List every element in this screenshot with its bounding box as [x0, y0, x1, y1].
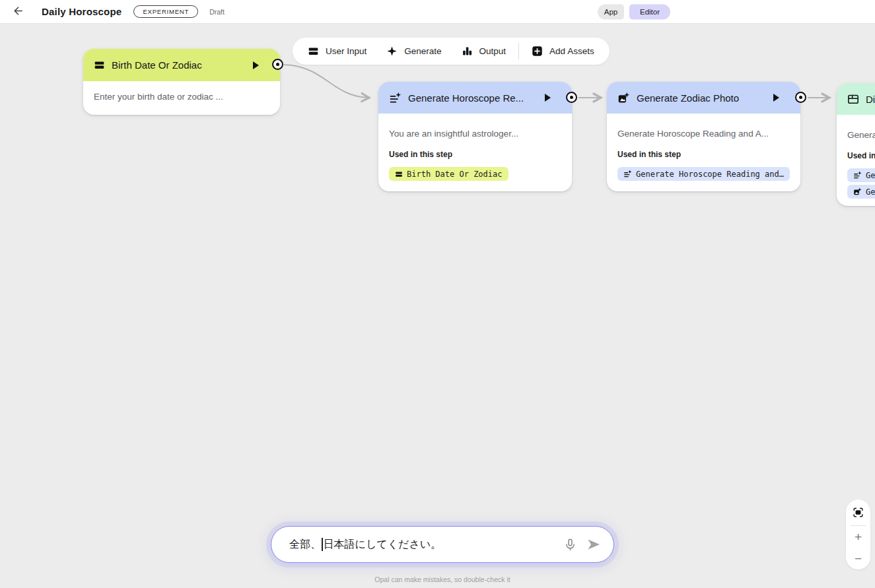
output-port-node-2[interactable] [566, 92, 577, 103]
node-generate-zodiac-photo[interactable]: Generate Zodiac Photo Generate Horoscope… [607, 82, 800, 191]
zoom-in-button[interactable]: + [846, 526, 870, 548]
bar-chart-icon [462, 46, 473, 57]
generate-text-icon [623, 170, 632, 178]
chip-label: Ge [866, 171, 875, 180]
microphone-button[interactable] [561, 535, 579, 554]
add-assets-icon [532, 46, 543, 57]
experiment-badge: EXPERIMENT [133, 5, 198, 18]
toolbar-generate-label: Generate [404, 46, 441, 56]
used-in-step-label: Used in this step [617, 150, 790, 159]
fit-view-icon [852, 506, 864, 519]
toolbar-divider [518, 43, 519, 59]
input-chip-horoscope-reading[interactable]: Generate Horoscope Reading and… [617, 167, 790, 181]
toolbar-generate[interactable]: Generate [376, 38, 451, 65]
input-chip-generate-image[interactable]: Ge [847, 185, 875, 199]
text-caret [322, 538, 323, 551]
chip-label: Generate Horoscope Reading and… [636, 170, 784, 179]
run-step-button[interactable] [253, 61, 259, 69]
node-header[interactable]: Birth Date Or Zodiac [83, 49, 280, 81]
run-step-button[interactable] [545, 94, 551, 102]
node-description: Enter your birth date or zodiac ... [94, 92, 269, 102]
node-body: Enter your birth date or zodiac ... [83, 81, 280, 112]
output-port-node-1[interactable] [272, 59, 283, 70]
run-step-button[interactable] [773, 94, 779, 102]
node-body: Genera Used in Ge Ge [837, 115, 875, 209]
canvas-controls: + − [846, 500, 870, 570]
app-toggle-button[interactable]: App [598, 4, 624, 19]
editor-toggle-button[interactable]: Editor [629, 4, 670, 19]
edge-1-2 [284, 65, 368, 98]
back-button[interactable] [12, 5, 24, 19]
chat-text-after-caret: 日本語にしてください。 [324, 538, 442, 552]
node-generate-horoscope-reading[interactable]: Generate Horoscope Re... You are an insi… [378, 82, 572, 191]
node-header[interactable]: Generate Zodiac Photo [607, 82, 800, 114]
node-title: Di [866, 94, 875, 105]
input-chip-birth-date[interactable]: Birth Date Or Zodiac [389, 167, 508, 181]
toolbar-add-assets[interactable]: Add Assets [522, 38, 604, 65]
generate-text-icon [389, 92, 402, 104]
node-body: You are an insightful astrologer... Used… [378, 114, 572, 191]
zoom-in-label: + [855, 531, 862, 543]
user-input-icon [94, 59, 105, 71]
node-body: Generate Horoscope Reading and A... Used… [607, 114, 800, 191]
node-title: Generate Zodiac Photo [637, 92, 767, 104]
node-header[interactable]: Di [837, 83, 875, 115]
arrow-left-icon [12, 5, 24, 17]
node-title: Birth Date Or Zodiac [112, 59, 246, 71]
generate-image-icon [853, 187, 862, 196]
chat-input-text[interactable]: 全部、日本語にしてください。 [289, 538, 555, 552]
sparkle-icon [386, 46, 398, 57]
chat-text-before-caret: 全部、 [289, 538, 321, 552]
used-in-step-label: Used in this step [389, 150, 561, 159]
toolbar-add-assets-label: Add Assets [549, 46, 594, 56]
chat-input[interactable]: 全部、日本語にしてください。 [271, 526, 614, 563]
node-description: Generate Horoscope Reading and A... [617, 129, 790, 139]
app-editor-toggle: App Editor [598, 4, 670, 19]
fit-view-button[interactable] [846, 500, 870, 525]
zoom-out-button[interactable]: − [846, 548, 870, 570]
send-button[interactable] [584, 535, 603, 554]
node-description: You are an insightful astrologer... [389, 129, 561, 139]
output-port-node-3[interactable] [795, 92, 806, 103]
send-icon [586, 537, 602, 552]
microphone-icon [563, 538, 577, 552]
user-input-icon [395, 170, 403, 178]
toolbar-user-input-label: User Input [326, 46, 367, 56]
used-in-step-label: Used in [847, 151, 875, 160]
node-birth-date-or-zodiac[interactable]: Birth Date Or Zodiac Enter your birth da… [83, 49, 280, 115]
chat-input-container: 全部、日本語にしてください。 [271, 526, 614, 563]
toolbar-output-label: Output [479, 46, 507, 56]
input-chip-generate-text[interactable]: Ge [847, 168, 875, 182]
zoom-out-label: − [855, 552, 862, 565]
disclaimer-text: Opal can make mistakes, so double-check … [271, 575, 614, 583]
node-palette-toolbar: User Input Generate Output Add Assets [293, 38, 610, 65]
chip-label: Birth Date Or Zodiac [407, 170, 503, 179]
chip-label: Ge [866, 187, 875, 197]
node-header[interactable]: Generate Horoscope Re... [378, 82, 572, 114]
top-bar: Daily Horoscope EXPERIMENT Draft App Edi… [0, 0, 875, 24]
node-description: Genera [847, 130, 875, 140]
generate-text-icon [853, 171, 862, 180]
node-display[interactable]: Di Genera Used in Ge Ge [837, 83, 875, 206]
generate-image-icon [617, 92, 630, 104]
user-input-icon [308, 46, 319, 57]
draft-status: Draft [209, 8, 225, 16]
toolbar-output[interactable]: Output [452, 38, 516, 65]
toolbar-user-input[interactable]: User Input [298, 38, 376, 65]
display-icon [847, 93, 859, 105]
page-title: Daily Horoscope [42, 6, 122, 17]
node-title: Generate Horoscope Re... [408, 92, 538, 104]
